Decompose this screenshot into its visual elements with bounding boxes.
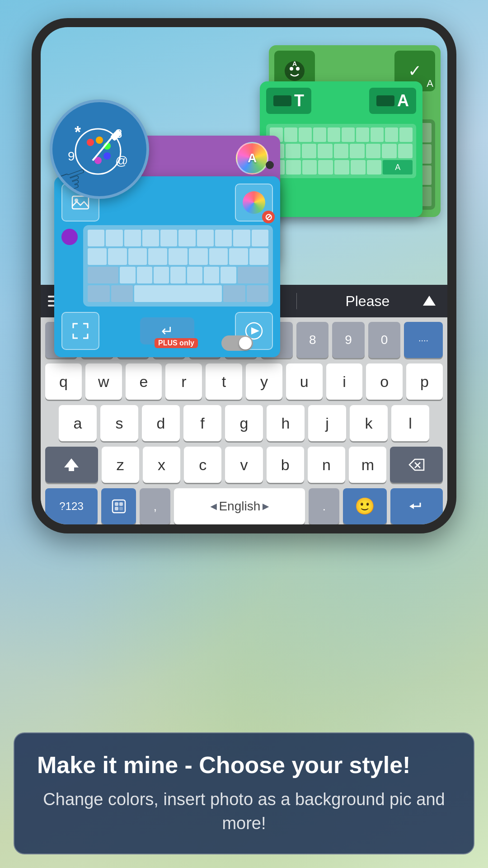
svg-rect-24: [113, 500, 125, 513]
key-n[interactable]: n: [308, 447, 345, 483]
svg-point-14: [296, 67, 300, 71]
key-enter[interactable]: [390, 488, 443, 524]
zxcv-row: z x c v b n m: [41, 444, 447, 486]
plus-only-badge: PLUS only: [155, 338, 198, 348]
no-badge: ⊘: [262, 211, 275, 223]
blue-fullscreen-icon[interactable]: [61, 312, 99, 350]
svg-rect-16: [72, 196, 89, 209]
key-9[interactable]: 9: [332, 322, 364, 358]
key-t[interactable]: t: [206, 363, 242, 400]
phone-frame: * 9 3 @: [32, 18, 456, 533]
svg-marker-21: [64, 458, 79, 471]
suggestion-up-button[interactable]: [418, 290, 440, 312]
svg-rect-26: [119, 502, 123, 506]
blue-color-icon[interactable]: ⊘: [235, 184, 273, 222]
blue-toggle[interactable]: [61, 229, 78, 245]
key-comma[interactable]: ,: [140, 488, 170, 524]
key-s[interactable]: s: [100, 405, 138, 441]
app-logo: * 9 3 @: [50, 99, 149, 199]
blue-enter-key[interactable]: ↵ PLUS only: [140, 317, 194, 344]
svg-point-5: [87, 139, 94, 146]
svg-rect-28: [119, 507, 123, 510]
key-a[interactable]: a: [59, 405, 97, 441]
key-more[interactable]: ····: [404, 322, 443, 358]
key-shift[interactable]: [45, 447, 98, 483]
key-r[interactable]: r: [165, 363, 202, 400]
theme-card-blue[interactable]: ⊘: [54, 176, 280, 357]
key-0[interactable]: 0: [368, 322, 400, 358]
theme-card-teal[interactable]: T A: [260, 81, 422, 217]
key-j[interactable]: j: [308, 405, 346, 441]
key-o[interactable]: o: [366, 363, 403, 400]
svg-point-6: [96, 137, 103, 144]
blue-bottom-toggle[interactable]: [221, 335, 253, 351]
key-z[interactable]: z: [102, 447, 139, 483]
key-u[interactable]: u: [286, 363, 323, 400]
svg-marker-29: [409, 504, 414, 509]
key-y[interactable]: y: [246, 363, 282, 400]
svg-text:A: A: [292, 60, 297, 67]
key-d[interactable]: d: [142, 405, 180, 441]
key-c[interactable]: c: [184, 447, 221, 483]
key-i[interactable]: i: [326, 363, 363, 400]
svg-marker-19: [251, 327, 259, 335]
svg-point-8: [103, 152, 111, 160]
keyboard-preview: [83, 225, 273, 307]
key-f[interactable]: f: [183, 405, 221, 441]
key-space[interactable]: ◄ English ►: [174, 488, 305, 524]
svg-text:@: @: [115, 154, 128, 168]
key-period[interactable]: .: [309, 488, 339, 524]
svg-rect-27: [115, 507, 118, 510]
suggestion-divider-2: [296, 293, 297, 309]
purple-a-color-wheel: A: [236, 142, 268, 175]
key-p[interactable]: p: [406, 363, 443, 400]
asdf-row: a s d f g h j k l: [41, 402, 447, 444]
key-k[interactable]: k: [350, 405, 388, 441]
bottom-banner: Make it mine - Choose your style! Change…: [14, 732, 474, 854]
bottom-row: ?123 , ◄ English ► .: [41, 486, 447, 524]
key-m[interactable]: m: [349, 447, 386, 483]
key-numbers[interactable]: ?123: [45, 488, 98, 524]
key-stickers[interactable]: [101, 488, 136, 524]
suggestion-word-3[interactable]: Please: [336, 289, 399, 313]
key-q[interactable]: q: [45, 363, 82, 400]
key-w[interactable]: w: [85, 363, 122, 400]
key-b[interactable]: b: [267, 447, 304, 483]
key-backspace[interactable]: [390, 447, 443, 483]
qwerty-row: q w e r t y u i o p: [41, 361, 447, 402]
key-x[interactable]: x: [143, 447, 180, 483]
purple-color-dot: [266, 161, 274, 169]
key-v[interactable]: v: [225, 447, 263, 483]
key-e[interactable]: e: [126, 363, 162, 400]
key-g[interactable]: g: [225, 405, 263, 441]
phone-screen: * 9 3 @: [41, 27, 447, 524]
key-l[interactable]: l: [391, 405, 429, 441]
key-h[interactable]: h: [267, 405, 305, 441]
key-emoji[interactable]: 🙂: [343, 488, 387, 524]
svg-rect-25: [115, 502, 118, 506]
svg-point-13: [290, 67, 293, 71]
key-8[interactable]: 8: [296, 322, 328, 358]
svg-marker-20: [423, 296, 436, 306]
banner-subtitle: Change colors, insert photo as a backgro…: [37, 788, 451, 835]
banner-title: Make it mine - Choose your style!: [37, 751, 451, 778]
